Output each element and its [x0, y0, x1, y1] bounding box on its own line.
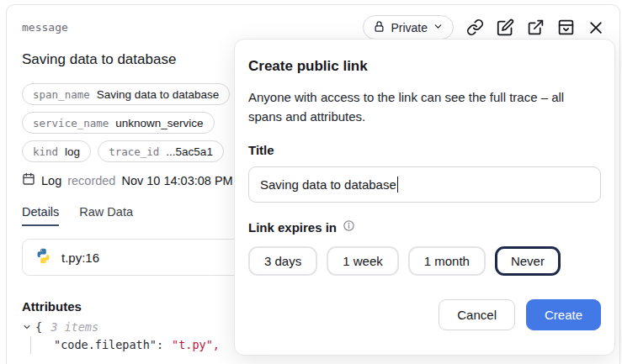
cancel-button[interactable]: Cancel [439, 299, 515, 330]
badge-key: kind [33, 145, 58, 158]
title-field-label: Title [248, 143, 601, 157]
json-open-brace: { [35, 320, 42, 334]
open-external-button[interactable] [527, 18, 545, 36]
expires-label-row: Link expires in [248, 219, 601, 235]
expiry-options: 3 days 1 week 1 month Never [248, 246, 601, 276]
badge-trace-id[interactable]: trace_id ...5ac5a1 [98, 140, 224, 162]
json-value: "t.py", [172, 338, 220, 351]
panel-header: message Private [22, 15, 604, 40]
record-verb: recorded [67, 174, 115, 187]
text-caret [397, 177, 399, 193]
json-colon: : [157, 338, 163, 351]
badge-span-name[interactable]: span_name Saving data to database [22, 83, 230, 105]
info-icon[interactable] [343, 219, 355, 235]
badge-value: Saving data to database [97, 88, 220, 101]
expiry-option-1-month[interactable]: 1 month [408, 246, 486, 276]
privacy-label: Private [391, 21, 428, 34]
close-panel-button[interactable] [587, 19, 604, 36]
close-icon [587, 19, 604, 36]
source-location-text: t.py:16 [61, 251, 99, 265]
edit-icon [497, 18, 514, 36]
create-public-link-dialog: Create public link Anyone with access to… [234, 39, 615, 356]
json-collapse-caret-icon[interactable] [22, 322, 32, 332]
title-input[interactable]: Saving data to database [248, 166, 601, 203]
edit-button[interactable] [497, 18, 514, 36]
copy-link-button[interactable] [466, 18, 484, 36]
json-items-count: 3 items [51, 320, 98, 334]
link-icon [466, 18, 484, 36]
record-timestamp: Nov 10 14:03:08 PM [121, 174, 232, 187]
expiry-option-3-days[interactable]: 3 days [248, 246, 317, 276]
badge-key: service_name [33, 117, 109, 129]
dialog-title: Create public link [248, 58, 601, 75]
title-input-value: Saving data to database [260, 177, 396, 192]
expiry-option-1-week[interactable]: 1 week [327, 246, 399, 276]
expiry-option-never[interactable]: Never [495, 246, 561, 276]
badge-service-name[interactable]: service_name unknown_service [22, 112, 215, 134]
python-logo-icon [35, 247, 52, 268]
dialog-footer: Cancel Create [248, 299, 601, 330]
message-eyebrow: message [22, 21, 68, 34]
create-button[interactable]: Create [526, 299, 601, 330]
tab-raw-data[interactable]: Raw Data [79, 205, 133, 226]
chevron-down-icon [433, 21, 444, 34]
badge-key: trace_id [109, 145, 159, 158]
privacy-dropdown-button[interactable]: Private [363, 15, 454, 40]
tab-details[interactable]: Details [22, 205, 59, 226]
panel-actions: Private [363, 15, 604, 40]
dock-panel-button[interactable] [557, 18, 575, 36]
source-location-card[interactable]: t.py:16 [22, 239, 243, 276]
lock-icon [373, 20, 385, 35]
badge-key: span_name [33, 88, 90, 101]
badge-value: unknown_service [115, 117, 203, 129]
json-key: "code.filepath" [54, 338, 157, 351]
record-kind: Log [41, 174, 61, 187]
dock-bottom-icon [557, 18, 575, 36]
expires-label: Link expires in [248, 220, 337, 235]
external-link-icon [527, 18, 545, 36]
badge-value: ...5ac5a1 [166, 145, 213, 158]
badge-kind[interactable]: kind log [22, 140, 91, 162]
calendar-icon [22, 172, 35, 188]
badge-value: log [65, 145, 80, 158]
dialog-description: Anyone with access to the link can see t… [248, 88, 601, 126]
